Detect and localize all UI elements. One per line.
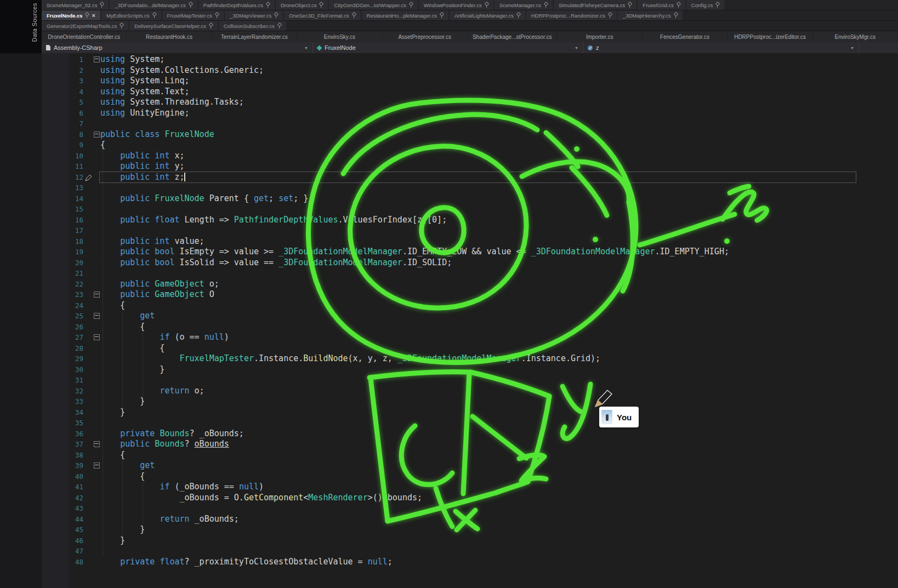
- fold-collapse-box[interactable]: [94, 463, 100, 469]
- tab[interactable]: MyEditorScripts.cs: [101, 10, 161, 20]
- tab[interactable]: EnviroSkyMgr.cs: [813, 31, 898, 42]
- tab[interactable]: FruxelGrid.cs: [638, 0, 685, 10]
- tab-label: WindowPositionFinder.cs: [424, 2, 482, 8]
- pin-icon[interactable]: [100, 2, 104, 8]
- pin-icon[interactable]: [266, 2, 270, 8]
- tab[interactable]: CollisionSubscriber.cs: [219, 21, 286, 31]
- indicator-margin[interactable]: [42, 53, 69, 588]
- tab[interactable]: DeliverySurfaceClassHelper.cs: [129, 21, 217, 31]
- pinned-tabs-row-2: FruxelNode.cs×MyEditorScripts.csFruxelMa…: [42, 10, 898, 21]
- code-line: [100, 204, 729, 215]
- line-number: 24: [69, 300, 83, 311]
- pin-icon[interactable]: [516, 13, 520, 18]
- tab[interactable]: DroneOrientationController.cs: [42, 31, 127, 42]
- data-sources-vertical-tab[interactable]: Data Sources: [31, 3, 38, 42]
- pin-icon[interactable]: [215, 13, 219, 18]
- avatar: [601, 410, 612, 424]
- code-editor[interactable]: 1234567891011121314151617181920212223242…: [42, 53, 898, 588]
- tab[interactable]: EnviroSky.cs: [297, 31, 382, 42]
- pin-icon[interactable]: [485, 2, 488, 8]
- tab[interactable]: ShaderPackage...stProcessor.cs: [468, 31, 558, 42]
- code-line: }: [100, 364, 729, 375]
- tab[interactable]: HDRPPostproc...izerEditor.cs: [728, 31, 812, 42]
- pin-icon[interactable]: [152, 13, 156, 18]
- project-dropdown[interactable]: Assembly-CSharp ▼: [42, 42, 313, 53]
- fold-collapse-box[interactable]: [94, 334, 100, 340]
- tab[interactable]: ArtificialLightsManager.cs: [450, 10, 525, 20]
- tab[interactable]: SimulatedFisheyeCamera.cs: [554, 0, 636, 10]
- pin-icon[interactable]: [674, 13, 678, 18]
- pin-icon[interactable]: [319, 2, 323, 8]
- pin-icon[interactable]: [440, 13, 444, 18]
- tab-active[interactable]: FruxelNode.cs×: [42, 10, 100, 20]
- pin-icon[interactable]: [277, 23, 281, 28]
- tab-label: DeliverySurfaceClassHelper.cs: [134, 23, 206, 29]
- tab-label: OneSec3D_FileFormat.cs: [289, 13, 349, 19]
- edit-marker-pencil-icon: [85, 173, 92, 180]
- pin-icon[interactable]: [409, 2, 413, 8]
- tab[interactable]: _3DFoundatio...delManager.cs: [110, 0, 197, 10]
- fold-collapse-box[interactable]: [94, 132, 100, 138]
- tab-label: EnviroSkyMgr.cs: [835, 34, 876, 40]
- tab[interactable]: FencesGenerator.cs: [643, 31, 728, 42]
- fold-collapse-box[interactable]: [94, 56, 100, 62]
- tab-label: TerrainLayerRandomizer.cs: [221, 34, 288, 40]
- field-icon: [588, 45, 593, 50]
- tab[interactable]: RestaurantHo...pleManager.cs: [362, 10, 448, 20]
- code-line: {: [100, 343, 729, 354]
- line-number: 20: [69, 258, 83, 269]
- fold-collapse-box[interactable]: [94, 313, 100, 319]
- line-number: 12: [69, 172, 83, 183]
- pin-icon[interactable]: [120, 23, 123, 28]
- tab[interactable]: HDRPPostproc...Randomizer.cs: [526, 10, 617, 20]
- left-rail-lower: [0, 53, 42, 588]
- pin-icon[interactable]: [715, 2, 719, 8]
- type-name: FruxelNode: [325, 44, 356, 51]
- tab[interactable]: TerrainLayerRandomizer.cs: [212, 31, 297, 42]
- pin-icon[interactable]: [85, 13, 89, 18]
- fold-collapse-box[interactable]: [94, 292, 100, 298]
- tab[interactable]: OneSec3D_FileFormat.cs: [284, 10, 360, 20]
- tab[interactable]: CityGen3DGen...torWrapper.cs: [329, 0, 417, 10]
- fold-collapse-box[interactable]: [94, 441, 100, 447]
- tab[interactable]: _3DMapHierarchy.cs: [618, 10, 683, 20]
- pin-icon[interactable]: [352, 13, 356, 18]
- pin-icon[interactable]: [544, 2, 548, 8]
- chevron-down-icon: ▼: [850, 46, 854, 50]
- tab[interactable]: _3DMapViewer.cs: [225, 10, 283, 20]
- pin-icon[interactable]: [677, 2, 680, 8]
- class-icon: [317, 45, 322, 50]
- tab[interactable]: DroneObject.cs: [276, 0, 328, 10]
- pin-icon[interactable]: [628, 2, 632, 8]
- code-text[interactable]: using System;using System.Collections.Ge…: [100, 54, 729, 567]
- code-line: public float Length => PathfinderDepthVa…: [100, 215, 729, 226]
- pin-icon[interactable]: [209, 23, 213, 28]
- line-number: 17: [69, 225, 83, 236]
- close-icon[interactable]: ×: [92, 13, 95, 18]
- tab[interactable]: WindowPositionFinder.cs: [419, 0, 493, 10]
- tab[interactable]: FruxelMapTester.cs: [162, 10, 224, 20]
- tab[interactable]: SceneManager_02.cs: [42, 0, 109, 10]
- pin-icon[interactable]: [608, 13, 612, 18]
- tab[interactable]: RestaurantHook.cs: [127, 31, 212, 42]
- type-dropdown[interactable]: FruxelNode ▼: [313, 42, 583, 53]
- tab[interactable]: Config.cs: [686, 0, 725, 10]
- chevron-down-icon: ▼: [304, 46, 308, 50]
- member-dropdown[interactable]: z ▼: [583, 42, 859, 53]
- tab-label: HDRPPostproc...Randomizer.cs: [531, 13, 605, 19]
- line-number: 6: [69, 108, 83, 119]
- tab[interactable]: AssetPreprocessor.cs: [383, 31, 468, 42]
- tab[interactable]: Generator2ExportMapTools.cs: [42, 21, 128, 31]
- pin-icon[interactable]: [274, 13, 278, 18]
- code-line: }: [100, 396, 729, 407]
- code-line: public class FruxelNode: [100, 129, 729, 140]
- code-line: {: [100, 300, 729, 311]
- pin-icon[interactable]: [189, 2, 192, 8]
- line-number: 36: [69, 429, 83, 439]
- tab[interactable]: PathfinderDepthValues.cs: [198, 0, 275, 10]
- tab-label: FruxelGrid.cs: [643, 2, 673, 8]
- line-number: 40: [69, 471, 83, 482]
- code-line: using System.Text;: [100, 87, 729, 98]
- tab[interactable]: SceneManager.cs: [495, 0, 553, 10]
- tab[interactable]: Importer.cs: [557, 31, 642, 42]
